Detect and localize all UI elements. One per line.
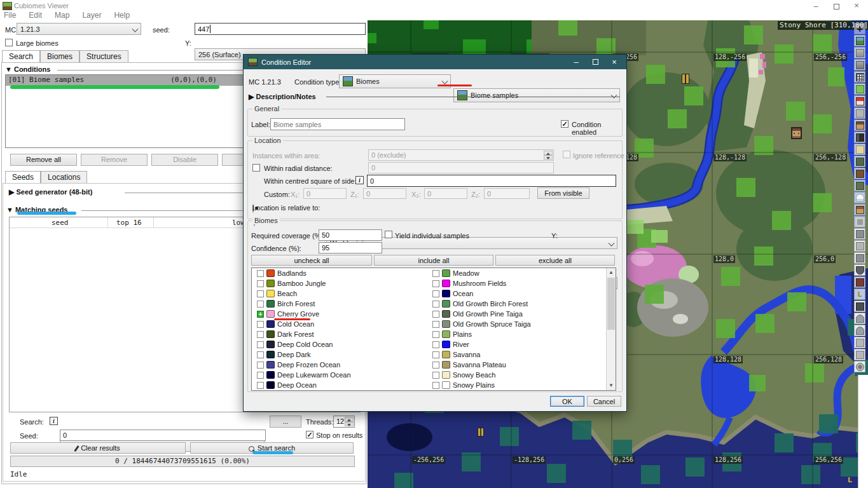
- restore-button[interactable]: [827, 2, 846, 11]
- biome-checkbox[interactable]: [432, 311, 439, 318]
- condition-subtype-combo[interactable]: Biome samples: [453, 88, 620, 102]
- scroll-up-icon[interactable]: ▲: [607, 268, 616, 277]
- info-icon[interactable]: i: [355, 176, 364, 184]
- yield-samples-checkbox[interactable]: [385, 231, 392, 238]
- x2-input[interactable]: [424, 188, 467, 199]
- centred-square-input[interactable]: [367, 175, 616, 187]
- biome-row[interactable]: Bamboo Jungle: [252, 278, 424, 288]
- radial-distance-checkbox[interactable]: [252, 164, 260, 172]
- ocean-ruin-icon[interactable]: [854, 107, 865, 119]
- biome-checkbox[interactable]: [432, 362, 439, 369]
- biome-row[interactable]: Deep Lukewarm Ocean: [252, 370, 424, 380]
- dialog-maximize-button[interactable]: [586, 57, 605, 67]
- condition-enabled-checkbox[interactable]: [561, 120, 568, 128]
- mc-version-combo[interactable]: 1.21.3: [17, 23, 141, 35]
- biome-row[interactable]: Ocean: [427, 288, 599, 299]
- spin-down-icon[interactable]: [345, 422, 354, 427]
- dialog-minimize-button[interactable]: –: [567, 57, 586, 67]
- column-header-top16[interactable]: top 16: [116, 219, 142, 227]
- ok-button[interactable]: OK: [550, 396, 584, 407]
- biome-row[interactable]: Birch Forest: [252, 299, 424, 309]
- jungle-pyramid-icon[interactable]: [854, 156, 865, 167]
- column-header-seed[interactable]: seed: [52, 219, 69, 227]
- remove-button[interactable]: Remove: [81, 154, 148, 166]
- position-icon[interactable]: +: [854, 23, 865, 34]
- biome-row[interactable]: Deep Cold Ocean: [252, 339, 424, 349]
- igloo-icon[interactable]: [854, 192, 865, 203]
- conditions-header[interactable]: ▼ Conditions: [5, 65, 50, 73]
- close-button[interactable]: ×: [847, 1, 866, 10]
- seed-input[interactable]: [195, 23, 366, 35]
- biome-row[interactable]: Cold Ocean: [252, 319, 424, 329]
- z2-input[interactable]: [484, 188, 530, 199]
- description-notes-header[interactable]: ▶ Description/Notes: [249, 93, 316, 101]
- layer-shade-icon[interactable]: [854, 59, 865, 71]
- condition-type-combo[interactable]: Biomes: [339, 74, 451, 88]
- biome-row[interactable]: Deep Dark: [252, 349, 424, 360]
- biome-checkbox[interactable]: [257, 280, 264, 287]
- biome-checkbox[interactable]: [432, 290, 439, 297]
- biome-checkbox[interactable]: [432, 270, 439, 277]
- geode-icon[interactable]: [854, 216, 865, 227]
- large-biomes-checkbox[interactable]: [5, 39, 13, 46]
- scroll-down-icon[interactable]: ▼: [607, 381, 616, 390]
- outpost-icon[interactable]: [854, 204, 865, 215]
- stop-on-results-checkbox[interactable]: [306, 431, 313, 438]
- biome-checkbox[interactable]: [432, 301, 439, 308]
- ruined-portal-marker[interactable]: L: [848, 476, 854, 484]
- biome-row[interactable]: Plains: [427, 329, 599, 339]
- menu-file[interactable]: File: [4, 11, 16, 20]
- z1-input[interactable]: [363, 188, 406, 199]
- biome-row[interactable]: Savanna: [427, 349, 599, 360]
- dialog-titlebar[interactable]: Condition Editor – ×: [244, 55, 626, 69]
- dungeon-icon[interactable]: [854, 228, 865, 240]
- biome-row[interactable]: Badlands: [252, 268, 424, 278]
- biome-row[interactable]: Beach: [252, 288, 424, 299]
- confidence-input[interactable]: [319, 242, 382, 254]
- biome-checkbox[interactable]: [257, 351, 264, 358]
- layer-slice-icon[interactable]: [854, 47, 865, 58]
- seed-generator-header[interactable]: ▶ Seed generator (48-bit): [9, 188, 92, 196]
- ignore-reference-checkbox[interactable]: [563, 151, 570, 158]
- biome-row[interactable]: Mushroom Fields: [427, 278, 599, 288]
- label-input[interactable]: [270, 118, 405, 130]
- info-icon[interactable]: i: [50, 417, 58, 425]
- biome-checkbox[interactable]: [257, 372, 264, 379]
- remove-all-button[interactable]: Remove all: [10, 154, 77, 166]
- desert-pyramid-icon[interactable]: [854, 144, 865, 155]
- biome-checkbox[interactable]: [432, 372, 439, 379]
- biome-row[interactable]: Savanna Plateau: [427, 360, 599, 370]
- biome-checkbox[interactable]: [257, 362, 264, 369]
- biome-row[interactable]: Old Growth Spruce Taiga: [427, 319, 599, 329]
- biome-checkbox[interactable]: [257, 290, 264, 297]
- grid-icon[interactable]: [854, 71, 865, 83]
- spin-up-icon[interactable]: [544, 151, 553, 155]
- fortress-icon[interactable]: [854, 337, 865, 348]
- biome-row[interactable]: Snowy Plains: [427, 380, 599, 390]
- spin-down-icon[interactable]: [544, 155, 553, 159]
- biome-list[interactable]: BadlandsBamboo JungleBeachBirch Forest+C…: [251, 268, 616, 391]
- biome-checkbox[interactable]: [432, 321, 439, 328]
- stronghold-icon[interactable]: [854, 313, 865, 324]
- biome-checkbox[interactable]: [432, 331, 439, 338]
- biome-row[interactable]: Deep Frozen Ocean: [252, 360, 424, 370]
- biome-checkbox[interactable]: +: [257, 311, 264, 318]
- gateway-icon[interactable]: [854, 361, 865, 372]
- portal-icon[interactable]: [854, 132, 865, 143]
- ruined-portal-marker[interactable]: [478, 428, 484, 437]
- biome-checkbox[interactable]: [432, 382, 439, 389]
- biome-row[interactable]: Dark Forest: [252, 329, 424, 339]
- tab-structures[interactable]: Structures: [79, 50, 128, 62]
- biome-row[interactable]: River: [427, 339, 599, 349]
- tab-seeds[interactable]: Seeds: [5, 171, 41, 183]
- buried-treasure-icon[interactable]: [854, 252, 865, 264]
- ruined-portal-marker[interactable]: [682, 74, 689, 84]
- menu-help[interactable]: Help: [114, 11, 130, 20]
- uncheck-all-button[interactable]: uncheck all: [251, 255, 372, 266]
- biome-checkbox[interactable]: [432, 351, 439, 358]
- clear-results-button[interactable]: Clear results: [10, 442, 186, 454]
- end-city-icon[interactable]: [854, 349, 865, 360]
- village-icon[interactable]: [854, 95, 865, 107]
- biome-checkbox[interactable]: [257, 301, 264, 308]
- from-visible-button[interactable]: From visible: [537, 187, 589, 199]
